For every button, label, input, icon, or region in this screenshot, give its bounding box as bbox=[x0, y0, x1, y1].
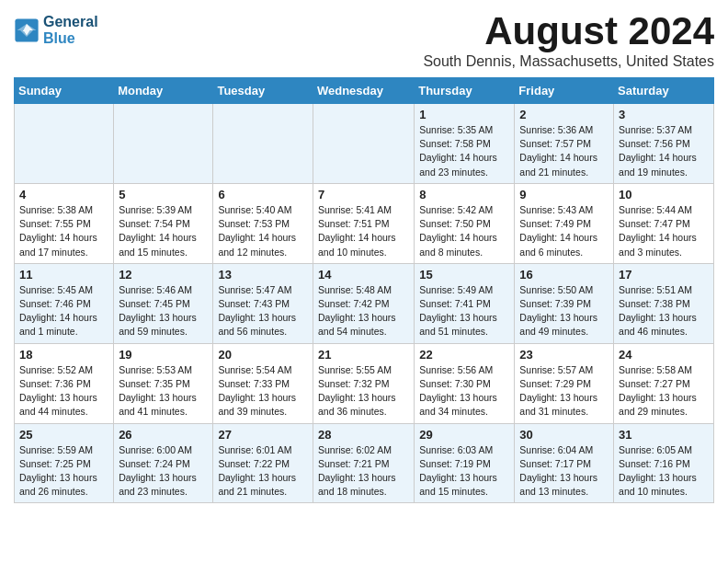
calendar-cell: 8Sunrise: 5:42 AM Sunset: 7:50 PM Daylig… bbox=[415, 183, 515, 263]
day-number: 24 bbox=[619, 348, 709, 362]
day-info: Sunrise: 5:38 AM Sunset: 7:55 PM Dayligh… bbox=[19, 203, 108, 259]
day-info: Sunrise: 5:53 AM Sunset: 7:35 PM Dayligh… bbox=[119, 363, 208, 419]
calendar-cell bbox=[313, 104, 414, 184]
day-info: Sunrise: 5:35 AM Sunset: 7:58 PM Dayligh… bbox=[419, 123, 509, 179]
day-number: 23 bbox=[519, 348, 609, 362]
day-info: Sunrise: 6:04 AM Sunset: 7:17 PM Dayligh… bbox=[519, 443, 609, 500]
day-info: Sunrise: 5:37 AM Sunset: 7:56 PM Dayligh… bbox=[619, 123, 709, 179]
weekday-header-sunday: Sunday bbox=[15, 78, 114, 104]
day-number: 22 bbox=[419, 348, 509, 362]
calendar-cell: 30Sunrise: 6:04 AM Sunset: 7:17 PM Dayli… bbox=[515, 423, 614, 503]
day-number: 26 bbox=[119, 428, 208, 442]
day-info: Sunrise: 5:39 AM Sunset: 7:54 PM Dayligh… bbox=[119, 203, 208, 259]
calendar-cell bbox=[15, 104, 114, 184]
calendar-cell: 12Sunrise: 5:46 AM Sunset: 7:45 PM Dayli… bbox=[114, 263, 213, 343]
calendar-cell: 25Sunrise: 5:59 AM Sunset: 7:25 PM Dayli… bbox=[15, 423, 114, 503]
day-number: 18 bbox=[19, 348, 108, 362]
calendar-cell: 6Sunrise: 5:40 AM Sunset: 7:53 PM Daylig… bbox=[213, 183, 313, 263]
day-number: 7 bbox=[318, 188, 409, 201]
day-number: 16 bbox=[519, 268, 609, 282]
calendar-cell: 27Sunrise: 6:01 AM Sunset: 7:22 PM Dayli… bbox=[213, 423, 313, 503]
day-number: 25 bbox=[19, 428, 108, 442]
calendar-week-1: 1Sunrise: 5:35 AM Sunset: 7:58 PM Daylig… bbox=[15, 104, 714, 184]
calendar-cell: 2Sunrise: 5:36 AM Sunset: 7:57 PM Daylig… bbox=[515, 104, 614, 184]
calendar-cell: 19Sunrise: 5:53 AM Sunset: 7:35 PM Dayli… bbox=[114, 343, 213, 423]
day-info: Sunrise: 5:51 AM Sunset: 7:38 PM Dayligh… bbox=[619, 283, 709, 339]
day-number: 12 bbox=[119, 268, 208, 282]
day-number: 14 bbox=[318, 268, 409, 282]
calendar-cell: 16Sunrise: 5:50 AM Sunset: 7:39 PM Dayli… bbox=[515, 263, 614, 343]
calendar-week-3: 11Sunrise: 5:45 AM Sunset: 7:46 PM Dayli… bbox=[15, 263, 714, 343]
calendar-cell: 5Sunrise: 5:39 AM Sunset: 7:54 PM Daylig… bbox=[114, 183, 213, 263]
calendar-cell: 9Sunrise: 5:43 AM Sunset: 7:49 PM Daylig… bbox=[515, 183, 614, 263]
weekday-header-saturday: Saturday bbox=[614, 78, 714, 104]
day-info: Sunrise: 6:02 AM Sunset: 7:21 PM Dayligh… bbox=[318, 443, 409, 500]
calendar-cell: 15Sunrise: 5:49 AM Sunset: 7:41 PM Dayli… bbox=[415, 263, 515, 343]
day-info: Sunrise: 5:59 AM Sunset: 7:25 PM Dayligh… bbox=[19, 443, 108, 500]
day-number: 20 bbox=[218, 348, 308, 362]
weekday-header-friday: Friday bbox=[515, 78, 614, 104]
day-info: Sunrise: 5:50 AM Sunset: 7:39 PM Dayligh… bbox=[519, 283, 609, 339]
location-subtitle: South Dennis, Massachusetts, United Stat… bbox=[423, 53, 714, 70]
weekday-header-tuesday: Tuesday bbox=[213, 78, 313, 104]
day-number: 10 bbox=[619, 188, 709, 201]
day-number: 1 bbox=[419, 108, 509, 121]
calendar-cell: 10Sunrise: 5:44 AM Sunset: 7:47 PM Dayli… bbox=[614, 183, 714, 263]
day-number: 21 bbox=[318, 348, 409, 362]
calendar-week-4: 18Sunrise: 5:52 AM Sunset: 7:36 PM Dayli… bbox=[15, 343, 714, 423]
day-number: 2 bbox=[519, 108, 609, 121]
logo-icon bbox=[14, 17, 40, 43]
day-info: Sunrise: 6:01 AM Sunset: 7:22 PM Dayligh… bbox=[218, 443, 308, 500]
day-info: Sunrise: 5:45 AM Sunset: 7:46 PM Dayligh… bbox=[19, 283, 108, 339]
day-info: Sunrise: 5:54 AM Sunset: 7:33 PM Dayligh… bbox=[218, 363, 308, 419]
day-info: Sunrise: 5:41 AM Sunset: 7:51 PM Dayligh… bbox=[318, 203, 409, 259]
calendar-cell: 28Sunrise: 6:02 AM Sunset: 7:21 PM Dayli… bbox=[313, 423, 414, 503]
day-info: Sunrise: 5:57 AM Sunset: 7:29 PM Dayligh… bbox=[519, 363, 609, 419]
weekday-header-thursday: Thursday bbox=[415, 78, 515, 104]
day-number: 29 bbox=[419, 428, 509, 442]
day-number: 15 bbox=[419, 268, 509, 282]
day-info: Sunrise: 5:43 AM Sunset: 7:49 PM Dayligh… bbox=[519, 203, 609, 259]
calendar-cell: 18Sunrise: 5:52 AM Sunset: 7:36 PM Dayli… bbox=[15, 343, 114, 423]
calendar-cell: 13Sunrise: 5:47 AM Sunset: 7:43 PM Dayli… bbox=[213, 263, 313, 343]
day-number: 28 bbox=[318, 428, 409, 442]
calendar-cell: 26Sunrise: 6:00 AM Sunset: 7:24 PM Dayli… bbox=[114, 423, 213, 503]
calendar-cell: 3Sunrise: 5:37 AM Sunset: 7:56 PM Daylig… bbox=[614, 104, 714, 184]
day-info: Sunrise: 6:05 AM Sunset: 7:16 PM Dayligh… bbox=[619, 443, 709, 500]
day-info: Sunrise: 5:36 AM Sunset: 7:57 PM Dayligh… bbox=[519, 123, 609, 179]
day-number: 11 bbox=[19, 268, 108, 282]
day-info: Sunrise: 5:58 AM Sunset: 7:27 PM Dayligh… bbox=[619, 363, 709, 419]
calendar-week-2: 4Sunrise: 5:38 AM Sunset: 7:55 PM Daylig… bbox=[15, 183, 714, 263]
calendar-cell: 11Sunrise: 5:45 AM Sunset: 7:46 PM Dayli… bbox=[15, 263, 114, 343]
title-block: August 2024 South Dennis, Massachusetts,… bbox=[423, 9, 714, 70]
day-number: 8 bbox=[419, 188, 509, 201]
day-number: 17 bbox=[619, 268, 709, 282]
logo: General Blue bbox=[14, 14, 98, 47]
calendar-cell: 1Sunrise: 5:35 AM Sunset: 7:58 PM Daylig… bbox=[415, 104, 515, 184]
day-number: 4 bbox=[19, 188, 108, 201]
calendar-cell: 23Sunrise: 5:57 AM Sunset: 7:29 PM Dayli… bbox=[515, 343, 614, 423]
day-number: 19 bbox=[119, 348, 208, 362]
day-info: Sunrise: 5:48 AM Sunset: 7:42 PM Dayligh… bbox=[318, 283, 409, 339]
day-info: Sunrise: 5:46 AM Sunset: 7:45 PM Dayligh… bbox=[119, 283, 208, 339]
calendar-cell: 21Sunrise: 5:55 AM Sunset: 7:32 PM Dayli… bbox=[313, 343, 414, 423]
day-number: 13 bbox=[218, 268, 308, 282]
calendar-cell bbox=[213, 104, 313, 184]
calendar-cell: 22Sunrise: 5:56 AM Sunset: 7:30 PM Dayli… bbox=[415, 343, 515, 423]
calendar-week-5: 25Sunrise: 5:59 AM Sunset: 7:25 PM Dayli… bbox=[15, 423, 714, 503]
day-info: Sunrise: 5:40 AM Sunset: 7:53 PM Dayligh… bbox=[218, 203, 308, 259]
calendar-cell bbox=[114, 104, 213, 184]
day-info: Sunrise: 5:42 AM Sunset: 7:50 PM Dayligh… bbox=[419, 203, 509, 259]
day-info: Sunrise: 6:00 AM Sunset: 7:24 PM Dayligh… bbox=[119, 443, 208, 500]
logo-text: General Blue bbox=[43, 14, 98, 47]
calendar-cell: 14Sunrise: 5:48 AM Sunset: 7:42 PM Dayli… bbox=[313, 263, 414, 343]
day-number: 5 bbox=[119, 188, 208, 201]
day-info: Sunrise: 6:03 AM Sunset: 7:19 PM Dayligh… bbox=[419, 443, 509, 500]
weekday-header-wednesday: Wednesday bbox=[313, 78, 414, 104]
calendar-table: SundayMondayTuesdayWednesdayThursdayFrid… bbox=[14, 77, 714, 503]
calendar-cell: 24Sunrise: 5:58 AM Sunset: 7:27 PM Dayli… bbox=[614, 343, 714, 423]
weekday-header-row: SundayMondayTuesdayWednesdayThursdayFrid… bbox=[15, 78, 714, 104]
calendar-cell: 17Sunrise: 5:51 AM Sunset: 7:38 PM Dayli… bbox=[614, 263, 714, 343]
calendar-cell: 7Sunrise: 5:41 AM Sunset: 7:51 PM Daylig… bbox=[313, 183, 414, 263]
day-info: Sunrise: 5:56 AM Sunset: 7:30 PM Dayligh… bbox=[419, 363, 509, 419]
